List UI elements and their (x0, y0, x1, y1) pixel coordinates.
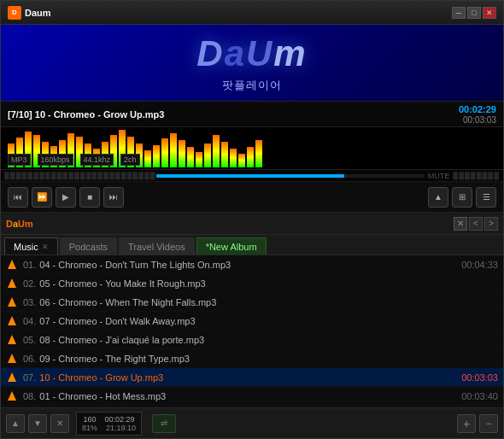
title-bar: D Daum ─ □ ✕ (1, 1, 503, 25)
track-name: 10 - Chromeo - Grow Up.mp3 (39, 372, 454, 383)
track-item[interactable]: 02.05 - Chromeo - You Make It Rough.mp3 (1, 274, 503, 293)
stop-button[interactable]: ■ (79, 187, 100, 208)
speed-info: 160 00:02:29 (83, 415, 134, 424)
visualizer-area: MP3 160kbps 44.1khz 2ch (1, 127, 503, 170)
track-info: [7/10] 10 - Chromeo - Grow Up.mp3 (8, 109, 459, 120)
track-icon (6, 334, 18, 346)
prev-button[interactable]: ⏮ (8, 187, 28, 208)
next-button[interactable]: ⏭ (103, 187, 124, 208)
track-number: 04. (23, 316, 36, 326)
playlist-nav-prev[interactable]: < (469, 217, 483, 231)
track-duration: 00:04:33 (461, 260, 498, 270)
tab-travel[interactable]: Travel Videos (119, 237, 195, 255)
app-title: Daum (25, 8, 51, 18)
track-number: 05. (23, 335, 36, 345)
track-number: 07. (23, 372, 36, 383)
percent-info: 81% 21:19:10 (82, 424, 136, 432)
remove-button[interactable]: ✕ (50, 414, 69, 433)
eq-bar (204, 143, 211, 167)
eq-bar (161, 138, 168, 167)
track-name: 09 - Chromeo - The Right Type.mp3 (39, 354, 498, 364)
mute-label[interactable]: MUTE (428, 172, 450, 180)
banner-subtitle: 팟플레이어 (222, 78, 282, 93)
track-name: 08 - Chromeo - J'ai claqué la porte.mp3 (39, 335, 498, 345)
track-item[interactable]: 03.06 - Chromeo - When The Night Falls.m… (1, 293, 503, 312)
player-meta: MP3 160kbps 44.1khz 2ch (8, 154, 140, 166)
track-icon (6, 259, 18, 271)
transport-controls: ⏮ ⏩ ▶ ■ ⏭ ▲ ⊞ ☰ (1, 182, 503, 213)
playlist-nav-next[interactable]: > (484, 217, 498, 231)
minimize-button[interactable]: ─ (452, 7, 466, 19)
track-position: [7/10] (8, 109, 32, 120)
playlist-logo: DaUm (6, 219, 33, 229)
vol-up-button[interactable]: ▲ (428, 187, 448, 208)
tab-new-album[interactable]: *New Album (196, 237, 267, 255)
track-icon (6, 353, 18, 365)
channels-tag: 2ch (120, 154, 140, 166)
main-window: D Daum ─ □ ✕ DaUm 팟플레이어 [7/10] 10 - Chro… (0, 0, 504, 439)
shuffle-button[interactable]: ⇌ (152, 414, 176, 433)
time-total: 00:03:03 (463, 115, 496, 125)
banner: DaUm 팟플레이어 (1, 25, 503, 102)
track-icon (6, 390, 18, 402)
tab-podcasts[interactable]: Podcasts (60, 237, 117, 255)
eq-bar (255, 140, 262, 167)
bottom-info: 160 00:02:29 81% 21:19:10 (76, 412, 142, 436)
track-title: 10 - Chromeo - Grow Up.mp3 (35, 109, 165, 120)
eq-bar (187, 147, 194, 167)
track-name: 04 - Chromeo - Don't Turn The Lights On.… (39, 260, 454, 270)
add-button[interactable]: + (457, 414, 476, 433)
track-number: 01. (23, 260, 36, 270)
playlist-header: DaUm ✕ < > (1, 213, 503, 235)
track-duration: 00:03:40 (461, 391, 498, 401)
vol-dots-right: ▓▓▓▓▓▓▓▓ (453, 172, 500, 179)
track-item[interactable]: 08.01 - Chromeo - Hot Mess.mp300:03:40 (1, 387, 503, 406)
track-icon (6, 278, 18, 290)
vol-dots-left: ▓▓▓▓▓▓▓▓▓▓▓▓▓▓▓▓▓▓▓▓▓▓▓▓▓▓ (4, 172, 156, 179)
tab-music[interactable]: Music ✕ (4, 237, 58, 255)
eq-bar (179, 140, 185, 167)
scroll-down-button[interactable]: ▼ (28, 414, 47, 433)
scroll-up-button[interactable]: ▲ (6, 414, 25, 433)
track-duration: 00:03:03 (461, 372, 498, 383)
player-info-bar: [7/10] 10 - Chromeo - Grow Up.mp3 00:02:… (1, 102, 503, 127)
track-name: 01 - Chromeo - Hot Mess.mp3 (39, 391, 454, 401)
playlist-view-button[interactable]: ⊞ (452, 187, 472, 208)
track-item[interactable]: 06.09 - Chromeo - The Right Type.mp3 (1, 349, 503, 368)
track-number: 06. (23, 354, 36, 364)
maximize-button[interactable]: □ (467, 7, 481, 19)
track-icon (6, 315, 18, 327)
close-button[interactable]: ✕ (483, 7, 496, 19)
time-current: 00:02:29 (459, 104, 496, 114)
track-item[interactable]: 01.04 - Chromeo - Don't Turn The Lights … (1, 255, 503, 274)
banner-logo: DaUm (196, 33, 307, 74)
rewind-button[interactable]: ⏩ (32, 187, 52, 208)
freq-tag: 44.1khz (80, 154, 114, 166)
eq-bar (196, 152, 202, 167)
subtract-button[interactable]: − (479, 414, 498, 433)
track-item[interactable]: 05.08 - Chromeo - J'ai claqué la porte.m… (1, 331, 503, 349)
tab-music-close[interactable]: ✕ (42, 243, 49, 251)
track-item[interactable]: 07.10 - Chromeo - Grow Up.mp300:03:03 (1, 368, 503, 387)
eq-bar (247, 147, 254, 167)
volume-bar: ▓▓▓▓▓▓▓▓▓▓▓▓▓▓▓▓▓▓▓▓▓▓▓▓▓▓ MUTE ▓▓▓▓▓▓▓▓ (1, 170, 503, 182)
playlist-section: DaUm ✕ < > Music ✕ Podcasts Travel Video… (1, 213, 503, 438)
track-name: 06 - Chromeo - When The Night Falls.mp3 (39, 297, 498, 307)
settings-button[interactable]: ☰ (476, 187, 496, 208)
play-button[interactable]: ▶ (56, 187, 76, 208)
track-number: 08. (23, 391, 36, 401)
track-icon (6, 372, 18, 383)
playlist-close-btn[interactable]: ✕ (454, 217, 467, 231)
eq-bar (238, 154, 245, 167)
format-tag: MP3 (8, 154, 31, 166)
eq-bar (153, 145, 160, 167)
volume-track[interactable] (156, 174, 425, 178)
eq-bar (213, 135, 220, 167)
volume-fill (156, 174, 344, 178)
track-item[interactable]: 04.07 - Chromeo - Don't Walk Away.mp3 (1, 312, 503, 331)
eq-bar (170, 133, 177, 167)
title-bar-logo: D Daum (8, 6, 51, 20)
app-icon: D (8, 6, 21, 20)
time-display: 00:02:29 00:03:03 (459, 104, 496, 125)
eq-bar (144, 150, 151, 167)
